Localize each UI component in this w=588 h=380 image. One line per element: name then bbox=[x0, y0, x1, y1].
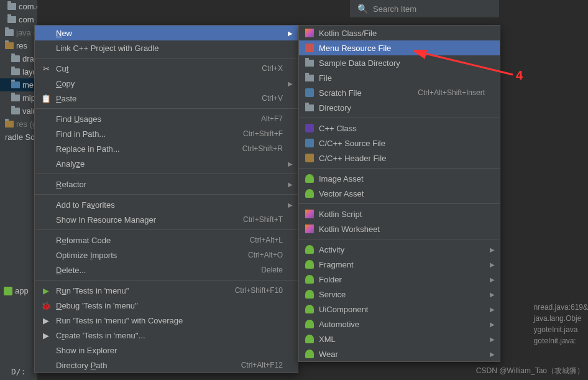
search-placeholder: Search Item bbox=[373, 4, 416, 14]
new-c-c-header-file[interactable]: C/C++ Header File bbox=[299, 151, 500, 165]
ctx-show-in-resource-manager[interactable]: Show In Resource ManagerCtrl+Shift+T bbox=[35, 212, 298, 227]
new-submenu[interactable]: Kotlin Class/FileMenu Resource FileSampl… bbox=[298, 25, 500, 362]
ctx-add-to-favorites[interactable]: Add to Favorites▶ bbox=[35, 197, 298, 212]
android-icon bbox=[4, 287, 12, 295]
new-activity[interactable]: Activity▶ bbox=[299, 242, 500, 257]
new-scratch-file[interactable]: Scratch FileCtrl+Alt+Shift+Insert bbox=[299, 85, 500, 100]
separator bbox=[35, 194, 298, 195]
ctx-new[interactable]: New▶ bbox=[35, 25, 298, 40]
ctx-run-tests-in-menu-with-coverage[interactable]: ▶Run 'Tests in 'menu'' with Coverage bbox=[35, 313, 298, 328]
ctx-run-tests-in-menu[interactable]: ▶Run 'Tests in 'menu''Ctrl+Shift+F10 bbox=[35, 283, 298, 298]
tree-item[interactable]: valu bbox=[0, 104, 37, 118]
ctx-find-usages[interactable]: Find UsagesAlt+F7 bbox=[35, 111, 298, 126]
separator bbox=[35, 58, 298, 58]
tree-item[interactable]: radle Sc bbox=[0, 131, 37, 144]
separator bbox=[299, 239, 500, 239]
separator bbox=[35, 229, 298, 230]
ctx-copy[interactable]: Copy▶ bbox=[35, 76, 298, 91]
ctx-optimize-imports[interactable]: Optimize ImportsCtrl+Alt+O bbox=[35, 248, 298, 262]
tree-item[interactable]: res bbox=[0, 39, 37, 52]
ctx-refactor[interactable]: Refactor▶ bbox=[35, 177, 298, 192]
tree-item[interactable]: com.example.firstapplication (androidTes… bbox=[0, 0, 37, 13]
tree-item[interactable]: dra bbox=[0, 52, 37, 65]
watermark: CSDN @William_Tao（攻城狮） bbox=[476, 366, 584, 376]
new-c-c-source-file[interactable]: C/C++ Source File bbox=[299, 136, 500, 151]
separator bbox=[35, 108, 298, 109]
ctx-directory-path[interactable]: Directory PathCtrl+Alt+F12 bbox=[35, 358, 298, 373]
tree-item[interactable]: mip bbox=[0, 91, 37, 104]
ctx-delete[interactable]: Delete...Delete bbox=[35, 262, 298, 277]
ctx-analyze[interactable]: Analyze▶ bbox=[35, 156, 298, 171]
new-folder[interactable]: Folder▶ bbox=[299, 272, 500, 287]
tree-item[interactable]: layo bbox=[0, 65, 37, 78]
new-c-class[interactable]: C++ Class bbox=[299, 121, 500, 136]
context-menu[interactable]: New▶Link C++ Project with Gradle✂CutCtrl… bbox=[34, 25, 298, 373]
new-vector-asset[interactable]: Vector Asset bbox=[299, 186, 500, 201]
new-kotlin-worksheet[interactable]: Kotlin Worksheet bbox=[299, 221, 500, 236]
ctx-reformat-code[interactable]: Reformat CodeCtrl+Alt+L bbox=[35, 233, 298, 248]
tree-item[interactable]: java (g bbox=[0, 26, 37, 39]
ctx-debug-tests-in-menu[interactable]: 🐞Debug 'Tests in 'menu'' bbox=[35, 298, 298, 313]
new-image-asset[interactable]: Image Asset bbox=[299, 171, 500, 186]
tree-item-menu[interactable]: me bbox=[0, 78, 37, 91]
ctx-link-c-project-with-gradle[interactable]: Link C++ Project with Gradle bbox=[35, 40, 298, 55]
ctx-create-tests-in-menu[interactable]: ▶Create 'Tests in 'menu''... bbox=[35, 328, 298, 343]
ctx-paste[interactable]: 📋PasteCtrl+V bbox=[35, 91, 298, 106]
ctx-replace-in-path[interactable]: Replace in Path...Ctrl+Shift+R bbox=[35, 141, 298, 156]
app-module-badge[interactable]: app bbox=[4, 286, 29, 295]
new-service[interactable]: Service▶ bbox=[299, 287, 500, 302]
ctx-find-in-path[interactable]: Find in Path...Ctrl+Shift+F bbox=[35, 126, 298, 141]
new-kotlin-script[interactable]: Kotlin Script bbox=[299, 206, 500, 221]
new-sample-data-directory[interactable]: Sample Data Directory bbox=[299, 55, 500, 70]
tree-item[interactable]: res (ge bbox=[0, 118, 37, 131]
ctx-show-in-explorer[interactable]: Show in Explorer bbox=[35, 343, 298, 358]
separator bbox=[299, 168, 500, 169]
new-file[interactable]: File bbox=[299, 70, 500, 85]
separator bbox=[299, 118, 500, 118]
new-kotlin-class-file[interactable]: Kotlin Class/File bbox=[299, 25, 500, 40]
annotation-number: 4 bbox=[516, 68, 523, 83]
new-automotive[interactable]: Automotive▶ bbox=[299, 317, 500, 331]
new-wear[interactable]: Wear▶ bbox=[299, 346, 500, 361]
new-fragment[interactable]: Fragment▶ bbox=[299, 257, 500, 272]
new-directory[interactable]: Directory bbox=[299, 100, 500, 115]
project-tree[interactable]: com.example.firstapplication (androidTes… bbox=[0, 0, 37, 380]
new-xml[interactable]: XML▶ bbox=[299, 331, 500, 346]
terminal-prompt: D/: bbox=[11, 367, 25, 376]
ctx-cut[interactable]: ✂CutCtrl+X bbox=[35, 61, 298, 76]
search-item-bar[interactable]: 🔍 Search Item bbox=[350, 0, 499, 17]
tree-item[interactable]: com bbox=[0, 13, 37, 26]
separator bbox=[35, 280, 298, 280]
separator bbox=[35, 174, 298, 174]
new-menu-resource-file[interactable]: Menu Resource File bbox=[299, 40, 500, 55]
separator bbox=[299, 203, 500, 204]
search-icon: 🔍 bbox=[357, 4, 368, 14]
new-uicomponent[interactable]: UiComponent▶ bbox=[299, 302, 500, 317]
editor-code-background: nread.java:619& java.lang.Obje ygoteInit… bbox=[534, 302, 588, 346]
